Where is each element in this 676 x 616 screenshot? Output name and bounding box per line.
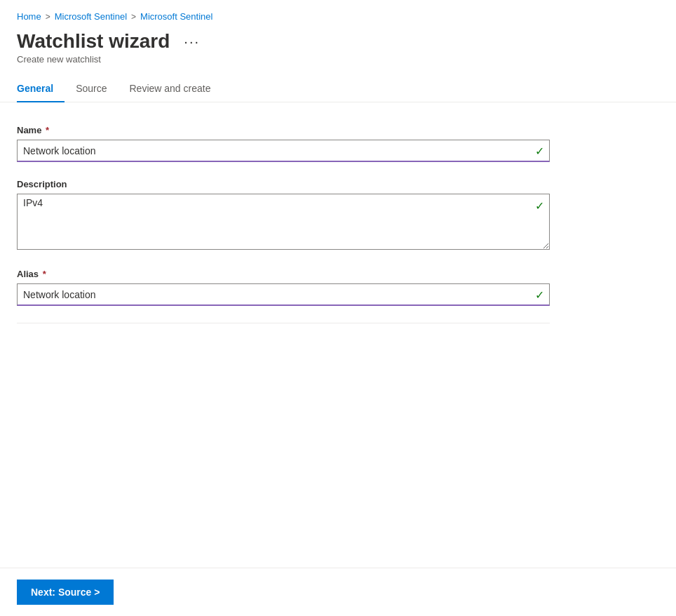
name-input-wrapper: ✓ [17,140,550,162]
tab-review-and-create[interactable]: Review and create [119,76,222,102]
more-options-button[interactable]: ··· [178,32,205,51]
tab-source[interactable]: Source [65,76,118,102]
breadcrumb-home[interactable]: Home [17,11,41,22]
breadcrumb-separator-2: > [131,12,136,22]
page-title: Watchlist wizard [17,30,170,53]
name-label: Name * [17,125,550,135]
alias-field: Alias * ✓ [17,269,550,306]
breadcrumb: Home > Microsoft Sentinel > Microsoft Se… [0,0,676,27]
name-field: Name * ✓ [17,125,550,162]
description-textarea[interactable]: IPv4 [17,194,550,250]
tabs-container: General Source Review and create [0,65,676,102]
next-source-button[interactable]: Next: Source > [17,580,114,605]
alias-input[interactable] [17,283,550,306]
form-divider [17,323,550,323]
name-required-asterisk: * [43,125,49,135]
page-header: Watchlist wizard ··· [0,27,676,53]
alias-required-asterisk: * [40,269,46,279]
description-label: Description [17,179,550,189]
breadcrumb-separator-1: > [46,12,50,22]
tab-general[interactable]: General [17,76,65,102]
description-field: Description IPv4 ✓ [17,179,550,252]
description-textarea-wrapper: IPv4 ✓ [17,194,550,252]
breadcrumb-sentinel-2[interactable]: Microsoft Sentinel [140,11,212,22]
name-input[interactable] [17,140,550,162]
page-container: Home > Microsoft Sentinel > Microsoft Se… [0,0,676,616]
page-subtitle: Create new watchlist [0,53,676,65]
breadcrumb-sentinel-1[interactable]: Microsoft Sentinel [55,11,127,22]
footer: Next: Source > [0,568,676,616]
main-content: Name * ✓ Description IPv4 ✓ Alias * [0,102,676,616]
alias-input-wrapper: ✓ [17,283,550,306]
alias-label: Alias * [17,269,550,279]
form-section: Name * ✓ Description IPv4 ✓ Alias * [17,125,550,323]
